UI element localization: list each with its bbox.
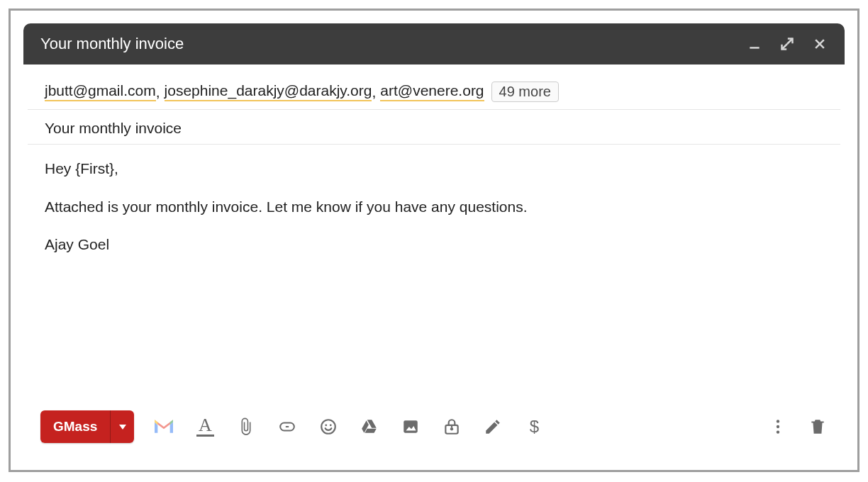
compose-toolbar: GMass A (23, 403, 845, 457)
svg-marker-1 (119, 425, 126, 430)
svg-point-7 (322, 420, 336, 434)
format-text-icon[interactable]: A (195, 417, 215, 437)
recipient-chip[interactable]: jbutt@gmail.com (45, 82, 156, 101)
body-signature: Ajay Goel (45, 233, 823, 256)
confidential-mode-icon[interactable] (442, 417, 462, 437)
gmass-send-label[interactable]: GMass (40, 410, 110, 443)
insert-link-icon[interactable] (277, 417, 297, 437)
recipient-separator: , (156, 84, 160, 101)
insert-photo-icon[interactable] (401, 417, 421, 437)
svg-point-13 (450, 427, 453, 430)
svg-point-8 (326, 424, 328, 426)
toolbar-icons: A (154, 417, 748, 437)
dollar-icon[interactable]: $ (524, 417, 544, 437)
body-line: Attached is your monthly invoice. Let me… (45, 196, 823, 218)
svg-point-14 (777, 420, 779, 422)
toolbar-right (768, 417, 828, 437)
gmass-send-button[interactable]: GMass (40, 410, 134, 443)
compose-window: Your monthly invoice (23, 23, 845, 457)
titlebar-actions (747, 36, 828, 52)
close-icon[interactable] (812, 36, 828, 52)
expand-icon[interactable] (779, 36, 795, 52)
insert-signature-icon[interactable] (483, 417, 503, 437)
body-greeting: Hey {First}, (45, 157, 823, 180)
compose-title: Your monthly invoice (40, 35, 747, 53)
discard-draft-icon[interactable] (808, 417, 828, 437)
svg-point-16 (777, 430, 779, 433)
gmail-icon[interactable] (154, 417, 174, 437)
recipient-chip[interactable]: art@venere.org (380, 82, 484, 101)
more-options-icon[interactable] (768, 417, 788, 437)
recipient-separator: , (372, 84, 376, 101)
recipient-chip[interactable]: josephine_darakjy@darakjy.org (165, 82, 372, 101)
svg-point-9 (330, 424, 332, 426)
minimize-icon[interactable] (747, 36, 762, 52)
svg-rect-10 (404, 420, 418, 432)
compose-titlebar: Your monthly invoice (23, 23, 845, 65)
recipients-more-chip[interactable]: 49 more (491, 82, 559, 102)
subject-field[interactable]: Your monthly invoice (28, 110, 840, 145)
svg-point-15 (777, 425, 779, 428)
gmass-dropdown-button[interactable] (110, 410, 134, 443)
recipients-field[interactable]: jbutt@gmail.com, josephine_darakjy@darak… (28, 72, 840, 110)
attach-file-icon[interactable] (236, 417, 256, 437)
screenshot-frame: Your monthly invoice (9, 9, 859, 472)
subject-text: Your monthly invoice (45, 120, 182, 137)
google-drive-icon[interactable] (360, 417, 379, 437)
insert-emoji-icon[interactable] (318, 417, 338, 437)
svg-rect-0 (750, 47, 759, 49)
compose-body[interactable]: Hey {First}, Attached is your monthly in… (23, 145, 845, 403)
